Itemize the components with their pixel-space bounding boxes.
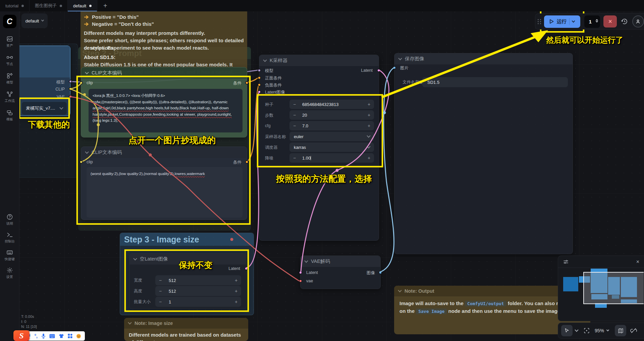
soft-keyboard-icon[interactable]	[49, 334, 55, 338]
output-dot-image[interactable]	[379, 271, 382, 274]
minimap-toggle-button[interactable]	[615, 325, 626, 336]
new-tab-button[interactable]: +	[97, 0, 113, 11]
node-ksampler[interactable]: K采样器 模型 正面条件 负面条件 Latent图像 Latent 种子 − 6…	[259, 55, 379, 241]
chevron-down-icon[interactable]	[572, 19, 575, 22]
chevron-down-icon[interactable]	[575, 328, 578, 332]
collapse-chevron-icon[interactable]	[398, 56, 402, 60]
emoji-icon[interactable]	[76, 334, 82, 339]
batch-size-widget[interactable]: − 1 +	[155, 297, 241, 307]
skin-icon[interactable]	[59, 334, 64, 338]
tab-img2img-example[interactable]: 图生图例子	[30, 0, 68, 11]
output-dot-conditioning[interactable]	[245, 160, 249, 164]
workflow-selector[interactable]: default	[21, 13, 48, 28]
input-dot-latent[interactable]	[258, 90, 261, 94]
input-dot-latent[interactable]	[299, 271, 302, 274]
decrement-button[interactable]: −	[155, 299, 165, 304]
drag-handle[interactable]	[537, 19, 542, 24]
decrement-button[interactable]: −	[289, 123, 300, 128]
input-dot-model[interactable]	[258, 69, 261, 72]
increment-button[interactable]: +	[364, 123, 374, 128]
clear-queue-button[interactable]: ×	[603, 15, 616, 27]
scheduler-select[interactable]: karras	[289, 143, 374, 152]
chevron-down-icon[interactable]	[606, 329, 609, 331]
sidebar-item-settings[interactable]: 设置	[0, 267, 19, 279]
sidebar-item-nodes[interactable]: 节点	[0, 54, 19, 66]
collapse-chevron-icon[interactable]	[263, 58, 267, 62]
zoom-level[interactable]: 95%	[595, 328, 604, 333]
output-dot-latent[interactable]	[245, 267, 248, 270]
decrement-button[interactable]: −	[289, 112, 300, 118]
node-save-image[interactable]: 保存图像 图片 文件名前缀 SD1.5	[394, 53, 573, 254]
decrement-button[interactable]: −	[155, 278, 165, 283]
node-clip-text-encode-positive[interactable]: CLIP文本编码 clip 条件 <lora:jk 黑丝_1.0:0.7> <l…	[81, 67, 247, 137]
sidebar-item-models[interactable]: 模型	[0, 72, 19, 85]
sogou-logo[interactable]: S	[13, 330, 30, 341]
run-button[interactable]: 运行	[544, 15, 580, 28]
width-widget[interactable]: − 512 +	[155, 275, 241, 285]
graph-canvas[interactable]: Step 2 - Prompt Step 3 - Image size Posi…	[0, 0, 644, 341]
toolbox-grid-icon[interactable]	[68, 334, 72, 338]
output-dot-conditioning[interactable]	[245, 81, 249, 84]
tab-default[interactable]: default	[68, 0, 97, 11]
minimap-viewport[interactable]	[583, 272, 644, 304]
input-dot-clip[interactable]	[79, 160, 83, 164]
sidebar-item-assets[interactable]: 资产	[0, 36, 19, 48]
collapse-chevron-icon[interactable]	[85, 150, 89, 154]
collapse-chevron-icon[interactable]	[128, 321, 131, 324]
filename-prefix-widget[interactable]: SD1.5	[422, 77, 568, 87]
output-dot-vae[interactable]	[69, 95, 72, 98]
user-avatar[interactable]	[632, 15, 644, 27]
collapse-chevron-icon[interactable]	[85, 70, 89, 74]
sidebar-item-templates[interactable]: 模板	[0, 109, 19, 122]
collapse-chevron-icon[interactable]	[133, 257, 137, 260]
history-icon[interactable]	[621, 18, 628, 25]
input-dot-image[interactable]	[393, 66, 396, 69]
sidebar-item-hotkeys[interactable]: 快捷键	[0, 249, 19, 262]
tab-tutorial[interactable]: tutorial	[0, 0, 30, 11]
collapse-chevron-icon[interactable]	[304, 259, 308, 263]
input-dot-positive[interactable]	[258, 76, 261, 79]
checkpoint-name-widget[interactable]: 麦橘写实_v7....	[22, 102, 67, 115]
decrement-button[interactable]: −	[289, 155, 300, 161]
denoise-widget[interactable]: − 1.00 +	[289, 153, 374, 163]
increment-button[interactable]: +	[231, 288, 241, 294]
input-dot-clip[interactable]	[79, 81, 83, 84]
node-vae-decode[interactable]: VAE解码 Latent vae 图像	[300, 255, 381, 289]
minimap-close-icon[interactable]: ×	[636, 259, 639, 265]
seed-widget[interactable]: − 685468484323813 +	[289, 100, 374, 109]
decrement-button[interactable]: −	[289, 102, 300, 107]
output-dot-latent[interactable]	[377, 69, 380, 72]
queue-count-stepper[interactable]: 1	[584, 15, 600, 28]
decrement-button[interactable]: −	[155, 288, 165, 294]
height-widget[interactable]: − 512 +	[155, 286, 241, 296]
minimap-canvas[interactable]	[558, 268, 644, 321]
steps-widget[interactable]: − 20 +	[289, 110, 374, 120]
increment-button[interactable]: +	[231, 299, 241, 304]
increment-button[interactable]: +	[364, 102, 374, 107]
note-image-size[interactable]: Note: Image size Different models are tr…	[124, 318, 248, 341]
output-dot-model[interactable]	[69, 80, 72, 83]
microphone-icon[interactable]	[41, 333, 46, 339]
fit-view-icon[interactable]	[583, 327, 590, 334]
sidebar-item-console[interactable]: 控制台	[0, 231, 19, 244]
input-dot-vae[interactable]	[299, 279, 302, 283]
prompt-text-widget[interactable]: <lora:jk 黑丝_1.0:0.7> <lora:小怡同学:0.6> nsf…	[89, 89, 243, 132]
chevron-down-icon	[59, 106, 63, 109]
increment-button[interactable]: +	[364, 155, 374, 161]
prompt-text-widget[interactable]: (worst quality:2),(low quality:2),(norma…	[87, 167, 243, 218]
increment-button[interactable]: +	[231, 278, 241, 283]
increment-button[interactable]: +	[364, 112, 374, 118]
sidebar-item-workflows[interactable]: 工作流	[0, 91, 19, 103]
comfyui-logo[interactable]: C	[3, 15, 16, 28]
sampler-select[interactable]: euler	[289, 132, 374, 141]
link-visibility-icon[interactable]	[630, 327, 637, 334]
cfg-widget[interactable]: − 7.0 +	[289, 121, 374, 130]
output-dot-clip[interactable]	[69, 87, 72, 91]
select-tool-button[interactable]	[561, 325, 573, 336]
minimap-settings-icon[interactable]	[563, 259, 569, 265]
input-dot-negative[interactable]	[258, 83, 261, 87]
node-clip-text-encode-negative[interactable]: CLIP文本编码 clip 条件 (worst quality:2),(low …	[81, 147, 247, 220]
collapse-chevron-icon[interactable]	[398, 288, 401, 292]
sidebar-item-help[interactable]: 说明	[0, 214, 19, 226]
ime-punctuation-toggle[interactable]: °,	[35, 333, 38, 339]
